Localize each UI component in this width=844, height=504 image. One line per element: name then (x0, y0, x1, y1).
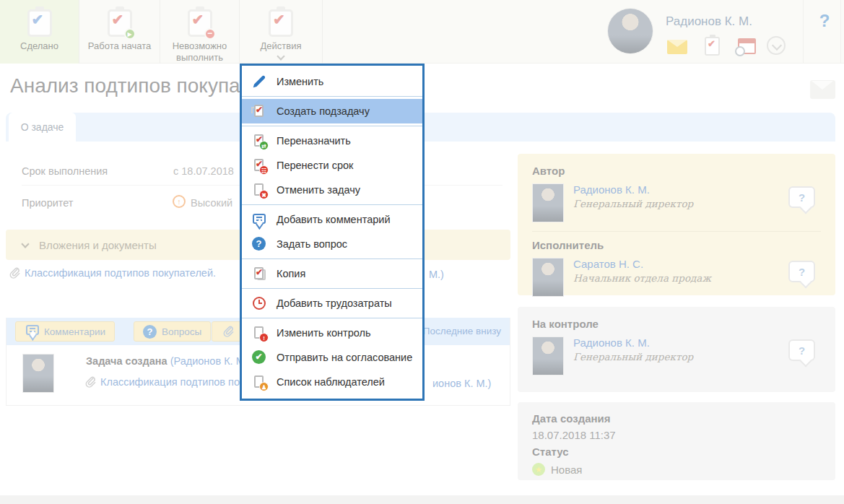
clipboard-blue-check-icon: ✔ (27, 9, 52, 37)
menu-item-send-approval[interactable]: ✔ Отправить на согласование (242, 345, 422, 370)
control-name[interactable]: Радионов К. М. (573, 336, 693, 349)
questions-tab-label: Вопросы (162, 326, 201, 337)
copy-icon: ✔ (251, 266, 267, 282)
priority-value: Высокий (191, 197, 232, 209)
executor-avatar (532, 258, 564, 297)
clipboard-check-icon: ✔ (269, 9, 293, 37)
comment-entry-title: Задача создана (86, 355, 168, 367)
menu-item-label: Добавить трудозатраты (277, 297, 392, 309)
menu-item-label: Переназначить (277, 135, 351, 147)
menu-item-reschedule[interactable]: ✔☷ Перенести срок (242, 153, 422, 178)
tab-about-task[interactable]: О задаче (9, 113, 76, 142)
questions-tab-button[interactable]: ? Вопросы (134, 321, 211, 342)
author-label: Автор (532, 165, 821, 177)
menu-item-label: Список наблюдателей (277, 376, 385, 388)
executor-name[interactable]: Саратов Н. С. (573, 258, 711, 270)
page-title: Анализ подтипов покупат (10, 74, 249, 97)
created-label: Дата создания (532, 412, 821, 425)
clock-icon (251, 295, 267, 311)
paperclip-icon (222, 326, 234, 337)
pencil-icon (251, 74, 267, 90)
status-new-star-icon: ★ (532, 463, 545, 476)
menu-item-add-timesheet[interactable]: Добавить трудозатраты (242, 291, 422, 316)
menu-item-reassign[interactable]: ✔⇄ Переназначить (242, 129, 422, 153)
comment-entry-line1: Задача создана (Радионов К. М. (86, 355, 248, 367)
impossible-button[interactable]: ✔− Невозможно выполнить (160, 0, 240, 64)
chevron-down-icon (277, 53, 284, 61)
clipboard-check-play-icon: ✔▶ (108, 9, 132, 37)
approve-icon: ✔ (251, 349, 267, 365)
menu-divider (242, 126, 422, 126)
created-value: 18.07.2018 11:37 (532, 429, 821, 441)
user-name[interactable]: Радионов К. М. (666, 14, 752, 29)
ask-question-bubble-icon[interactable]: ? (788, 261, 815, 282)
menu-divider (242, 204, 422, 205)
menu-divider (242, 288, 422, 289)
paperclip-icon (9, 267, 20, 279)
author-name[interactable]: Радионов К. М. (573, 183, 693, 196)
menu-divider (242, 318, 422, 318)
menu-item-label: Перенести срок (277, 160, 353, 171)
control-avatar (532, 336, 564, 375)
clipboard-check-minus-icon: ✔− (188, 9, 212, 37)
menu-item-create-subtask[interactable]: ✔ Создать подзадачу (242, 99, 422, 123)
ask-question-bubble-icon[interactable]: ? (788, 339, 815, 361)
menu-item-ask-question[interactable]: ? Задать вопрос (242, 232, 422, 256)
work-started-button-label: Работа начата (88, 40, 151, 52)
paperclip-icon (84, 376, 96, 388)
calendar-icon[interactable] (738, 38, 756, 54)
author-avatar (532, 183, 564, 222)
bottom-band (0, 495, 844, 504)
author-role: Генеральный директор (573, 198, 693, 209)
send-mail-icon[interactable] (810, 80, 835, 99)
header-divider (840, 0, 841, 64)
meta-card: Дата создания 18.07.2018 11:37 Статус ★ … (518, 402, 835, 480)
work-started-button[interactable]: ✔▶ Работа начата (79, 0, 160, 64)
menu-item-copy[interactable]: ✔ Копия (242, 261, 422, 286)
menu-item-label: Добавить комментарий (277, 214, 391, 225)
menu-item-add-comment[interactable]: Добавить комментарий (242, 207, 422, 232)
comments-tab-button[interactable]: Комментарии (15, 321, 115, 342)
author-person: Радионов К. М. Генеральный директор ? (532, 183, 821, 222)
done-button-label: Сделано (20, 40, 58, 52)
actions-dropdown-menu: Изменить ✔ Создать подзадачу ✔⇄ Переназн… (240, 64, 425, 401)
menu-item-label: Отменить задачу (277, 184, 360, 196)
comment-icon (251, 212, 267, 227)
sort-order-link[interactable]: Последние внизу (423, 326, 501, 336)
status-value: Новая (551, 464, 582, 476)
control-role: Генеральный директор (573, 351, 693, 362)
attachment-link-tail[interactable]: М.) (429, 269, 444, 280)
menu-item-change-control[interactable]: ! Изменить контроль (242, 321, 422, 345)
menu-item-observers[interactable]: ♟ Список наблюдателей (242, 370, 422, 394)
help-button[interactable]: ? (809, 11, 840, 31)
question-icon: ? (143, 325, 157, 339)
comment-entry-author[interactable]: (Радионов К. М. (170, 355, 248, 367)
cancel-task-icon: ✖ (251, 182, 267, 198)
ask-question-bubble-icon[interactable]: ? (788, 186, 815, 208)
attachment-link[interactable]: Классификация подтипов покупателей. (25, 267, 216, 279)
priority-high-icon: ↑ (173, 195, 186, 208)
status-label: Статус (532, 446, 821, 458)
comment-author-avatar (22, 354, 54, 393)
tasks-icon[interactable] (705, 37, 720, 56)
control-label: На контроле (532, 318, 821, 330)
observers-icon: ♟ (251, 374, 267, 390)
deadline-label: Срок выполнения (22, 165, 108, 177)
deadline-value: с 18.07.2018 (173, 165, 234, 177)
menu-item-label: Отправить на согласование (277, 352, 412, 363)
actions-button[interactable]: ✔ Действия (240, 0, 323, 64)
chevron-down-icon (21, 240, 29, 248)
mail-icon[interactable] (667, 40, 687, 54)
done-button[interactable]: ✔ Сделано (0, 0, 79, 64)
executor-person: Саратов Н. С. Начальник отдела продаж ? (532, 258, 821, 297)
menu-item-label: Задать вопрос (277, 238, 347, 250)
comment-attachment-link[interactable]: Классификация подтипов поку (100, 376, 250, 388)
menu-item-edit[interactable]: Изменить (242, 69, 422, 94)
comments-tab-label: Комментарии (44, 326, 105, 337)
executor-label: Исполнитель (532, 239, 821, 251)
chevron-down-circle-icon[interactable] (767, 36, 786, 55)
menu-item-cancel-task[interactable]: ✖ Отменить задачу (242, 178, 422, 202)
header-divider (803, 0, 804, 64)
comment-attachment-tail[interactable]: ионов К. М.) (432, 378, 491, 389)
user-avatar[interactable] (607, 8, 653, 54)
